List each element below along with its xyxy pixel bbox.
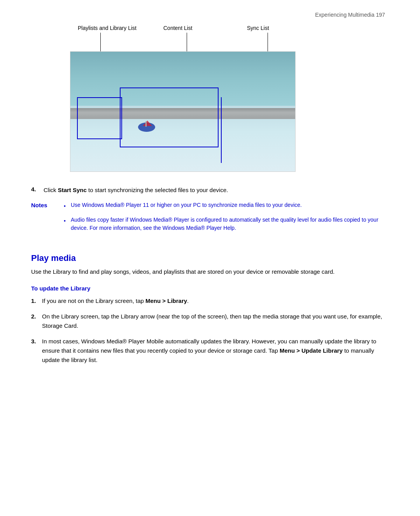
bullet-icon: • bbox=[64, 202, 68, 210]
label-content: Content List bbox=[163, 25, 192, 31]
diagram-section: Playlists and Library List Content List … bbox=[31, 25, 389, 172]
step-4-number: 4. bbox=[31, 186, 40, 192]
sync-rect bbox=[221, 97, 226, 163]
update-step-2: 2. On the Library screen, tap the Librar… bbox=[31, 312, 389, 331]
playlists-connector bbox=[100, 33, 101, 51]
content-rect bbox=[120, 87, 219, 147]
step-num-3: 3. bbox=[31, 337, 39, 346]
step-2-text: On the Library screen, tap the Library a… bbox=[42, 312, 389, 331]
step-4: 4. Click Start Sync to start synchronizi… bbox=[31, 186, 389, 195]
playlists-rect bbox=[77, 97, 122, 139]
step-3-bold: Menu > Update Library bbox=[280, 347, 343, 354]
step-3-content: In most cases, Windows Media® Player Mob… bbox=[42, 337, 389, 365]
step-4-bold: Start Sync bbox=[58, 187, 87, 193]
notes-label: Notes bbox=[31, 201, 54, 238]
update-step-1: 1. If you are not on the Library screen,… bbox=[31, 296, 389, 306]
play-media-section: Play media Use the Library to find and p… bbox=[31, 253, 389, 365]
notes-text-2: Audio files copy faster if Windows Media… bbox=[71, 216, 389, 232]
notes-item-1: • Use Windows Media® Player 11 or higher… bbox=[64, 201, 389, 210]
step-1-text-before: If you are not on the Library screen, ta… bbox=[42, 297, 145, 304]
step-4-text-after: to start synchronizing the selected file… bbox=[88, 187, 228, 193]
content-connector bbox=[187, 33, 187, 51]
notes-text-1: Use Windows Media® Player 11 or higher o… bbox=[71, 201, 302, 209]
step-num-2: 2. bbox=[31, 312, 39, 321]
label-sync: Sync List bbox=[247, 25, 269, 31]
step-num-1: 1. bbox=[31, 296, 39, 306]
step-1-content: If you are not on the Library screen, ta… bbox=[42, 296, 189, 306]
update-step-3: 3. In most cases, Windows Media® Player … bbox=[31, 337, 389, 365]
notes-content: • Use Windows Media® Player 11 or higher… bbox=[64, 201, 389, 238]
step-1-text-after: . bbox=[187, 297, 189, 304]
page-header: Experiencing Multimedia 197 bbox=[31, 12, 389, 18]
notes-item-2: • Audio files copy faster if Windows Med… bbox=[64, 216, 389, 232]
step-1-bold: Menu > Library bbox=[145, 297, 187, 304]
sync-connector bbox=[268, 33, 268, 51]
screenshot-image bbox=[70, 51, 296, 172]
notes-section: Notes • Use Windows Media® Player 11 or … bbox=[31, 201, 389, 238]
play-media-intro: Use the Library to find and play songs, … bbox=[31, 267, 389, 276]
label-playlists: Playlists and Library List bbox=[78, 25, 136, 31]
update-library-heading: To update the Library bbox=[31, 285, 389, 292]
play-media-heading: Play media bbox=[31, 253, 389, 263]
bullet-icon-2: • bbox=[64, 217, 68, 225]
step-4-text: Click Start Sync to start synchronizing … bbox=[44, 186, 228, 195]
update-library-steps: 1. If you are not on the Library screen,… bbox=[31, 296, 389, 365]
